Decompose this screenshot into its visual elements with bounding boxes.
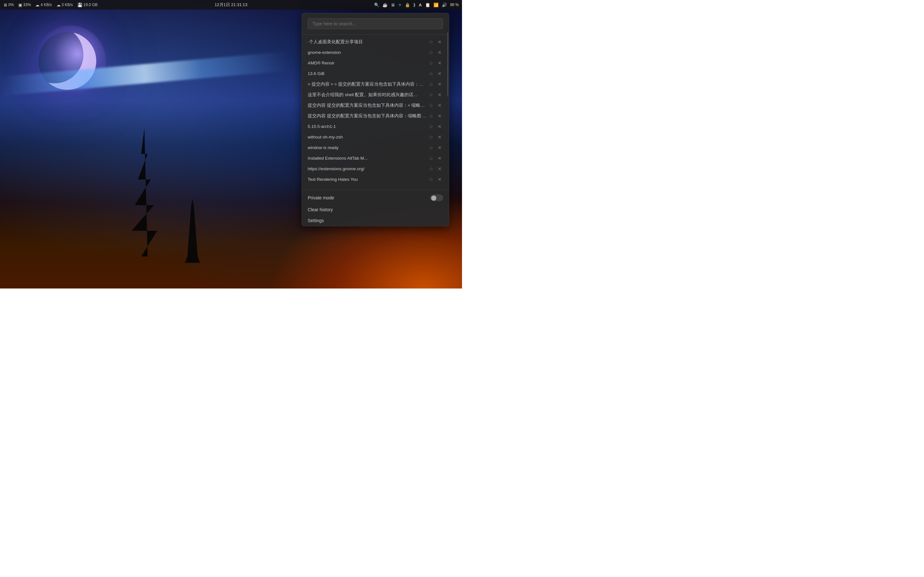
item-actions: ☆ ✕ <box>428 187 443 189</box>
remove-button[interactable]: ✕ <box>436 102 443 108</box>
star-button[interactable]: ☆ <box>428 60 435 66</box>
star-button[interactable]: ☆ <box>428 49 435 55</box>
item-text: 5.15.5-arch1-1 <box>308 124 428 129</box>
monitor-icon[interactable]: 🖥 <box>391 3 395 7</box>
remove-button[interactable]: ✕ <box>436 176 443 182</box>
list-item[interactable]: Installed Extensions AltTab M... ☆ ✕ <box>302 153 449 163</box>
star-button[interactable]: ☆ <box>428 134 435 140</box>
taskbar-left: 🖥 0% ▣ 33% ☁ 4 KB/s ☁ 3 KB/s 💾 19.0 GB <box>3 3 97 7</box>
list-item[interactable]: 提交内容 提交的配置方案应当包含如下具体内容：缩略图 类… ☆ ✕ <box>302 111 449 121</box>
list-item[interactable]: 5.15.5-arch1-1 ☆ ✕ <box>302 121 449 132</box>
item-actions: ☆ ✕ <box>428 60 443 66</box>
taskbar-upload: ☁ 4 KB/s <box>35 3 52 7</box>
list-item[interactable]: https://gankra.github.io/blah... ☆ ✕ <box>302 185 449 189</box>
item-actions: ☆ ✕ <box>428 102 443 108</box>
memory-label: 33% <box>23 3 31 7</box>
list-item[interactable]: · 个人桌面美化配置分享项目 ☆ ✕ <box>302 37 449 47</box>
taskbar: 🖥 0% ▣ 33% ☁ 4 KB/s ☁ 3 KB/s 💾 19.0 GB 1… <box>0 0 462 10</box>
taskbar-download: ☁ 3 KB/s <box>57 3 73 7</box>
private-mode-toggle[interactable] <box>430 195 443 201</box>
volume-icon[interactable]: 🔊 <box>442 3 447 7</box>
item-text: 提交内容 提交的配置方案应当包含如下具体内容：缩略图 类… <box>308 113 428 119</box>
remove-button[interactable]: ✕ <box>436 187 443 189</box>
storage-icon: 💾 <box>78 3 82 7</box>
upload-label: 4 KB/s <box>40 3 52 7</box>
item-text: 13.6 GiB <box>308 71 428 76</box>
remove-button[interactable]: ✕ <box>436 123 443 129</box>
taskbar-disk: 🖥 0% <box>3 3 14 7</box>
remove-button[interactable]: ✕ <box>436 81 443 87</box>
star-button[interactable]: ☆ <box>428 102 435 108</box>
remove-button[interactable]: ✕ <box>436 145 443 151</box>
star-button[interactable]: ☆ <box>428 187 435 189</box>
star-button[interactable]: ☆ <box>428 123 435 129</box>
star-button[interactable]: ☆ <box>428 81 435 87</box>
download-icon: ☁ <box>57 3 61 7</box>
font-icon: A <box>419 3 422 7</box>
lock-icon: 🔒 <box>405 3 410 7</box>
storage-label: 19.0 GB <box>83 3 97 7</box>
list-item[interactable]: window is ready ☆ ✕ <box>302 142 449 153</box>
item-text: 这里不会介绍我的 shell 配置。如果你对此感兴趣的话… <box>308 92 428 98</box>
taskbar-right: 🔍 ☕ 🖥 ✈ 🔒 ⟫ A 📋 📶 🔊 98 % <box>374 3 459 7</box>
search-input[interactable] <box>308 18 443 29</box>
private-mode-row: Private mode <box>302 191 449 204</box>
star-button[interactable]: ☆ <box>428 71 435 77</box>
taskbar-datetime: 12月1日 21:31:13 <box>215 2 247 8</box>
wifi-icon[interactable]: 📶 <box>433 3 439 7</box>
toggle-knob <box>431 195 436 201</box>
item-actions: ☆ ✕ <box>428 49 443 55</box>
download-label: 3 KB/s <box>61 3 73 7</box>
star-button[interactable]: ☆ <box>428 145 435 151</box>
list-item[interactable]: without oh-my-zsh ☆ ✕ <box>302 132 449 142</box>
list-item[interactable]: AMD® Renoir ☆ ✕ <box>302 58 449 68</box>
star-button[interactable]: ☆ <box>428 176 435 182</box>
remove-button[interactable]: ✕ <box>436 166 443 172</box>
settings-button[interactable]: Settings <box>302 215 449 226</box>
telegram-icon[interactable]: ✈ <box>398 3 402 7</box>
list-item[interactable]: https://extensions.gnome.org/ ☆ ✕ <box>302 163 449 174</box>
item-text: https://extensions.gnome.org/ <box>308 166 428 171</box>
history-list: · 个人桌面美化配置分享项目 ☆ ✕ gnome-extension ☆ ✕ A… <box>302 35 449 189</box>
item-text: without oh-my-zsh <box>308 135 428 139</box>
star-button[interactable]: ☆ <box>428 92 435 98</box>
clear-history-button[interactable]: Clear history <box>302 204 449 215</box>
list-item[interactable]: gnome-extension ☆ ✕ <box>302 47 449 58</box>
item-text: 提交内容 提交的配置方案应当包含如下具体内容：+ 缩略图… <box>308 103 428 108</box>
remove-button[interactable]: ✕ <box>436 155 443 161</box>
item-actions: ☆ ✕ <box>428 166 443 172</box>
remove-button[interactable]: ✕ <box>436 49 443 55</box>
remove-button[interactable]: ✕ <box>436 92 443 98</box>
list-item[interactable]: 这里不会介绍我的 shell 配置。如果你对此感兴趣的话… ☆ ✕ <box>302 89 449 100</box>
list-item[interactable]: 提交内容 提交的配置方案应当包含如下具体内容：+ 缩略图… ☆ ✕ <box>302 100 449 111</box>
telescope <box>180 199 205 263</box>
item-actions: ☆ ✕ <box>428 176 443 182</box>
memory-icon: ▣ <box>18 3 22 7</box>
remove-button[interactable]: ✕ <box>436 134 443 140</box>
list-item[interactable]: > 提交内容 > > 提交的配置方案应当包含如下具体内容：… ☆ ✕ <box>302 79 449 89</box>
list-item[interactable]: Text Rendering Hates You ☆ ✕ <box>302 174 449 185</box>
item-text: AMD® Renoir <box>308 61 428 65</box>
remove-button[interactable]: ✕ <box>436 113 443 119</box>
private-mode-label: Private mode <box>308 195 334 200</box>
star-button[interactable]: ☆ <box>428 39 435 45</box>
item-actions: ☆ ✕ <box>428 145 443 151</box>
item-text: Text Rendering Hates You <box>308 177 428 182</box>
item-text: window is ready <box>308 145 428 150</box>
star-button[interactable]: ☆ <box>428 166 435 172</box>
list-item[interactable]: 13.6 GiB ☆ ✕ <box>302 68 449 79</box>
arrow-icon: ⟫ <box>413 3 415 7</box>
remove-button[interactable]: ✕ <box>436 71 443 77</box>
item-actions: ☆ ✕ <box>428 92 443 98</box>
panel-scrollbar[interactable] <box>447 32 448 97</box>
remove-button[interactable]: ✕ <box>436 60 443 66</box>
search-taskbar-icon[interactable]: 🔍 <box>374 3 379 7</box>
remove-button[interactable]: ✕ <box>436 39 443 45</box>
star-button[interactable]: ☆ <box>428 155 435 161</box>
star-button[interactable]: ☆ <box>428 113 435 119</box>
item-actions: ☆ ✕ <box>428 123 443 129</box>
taskbar-storage: 💾 19.0 GB <box>78 3 97 7</box>
item-text: Installed Extensions AltTab M... <box>308 156 428 161</box>
item-text: https://gankra.github.io/blah... <box>308 187 428 189</box>
clipboard-icon[interactable]: 📋 <box>425 3 430 7</box>
